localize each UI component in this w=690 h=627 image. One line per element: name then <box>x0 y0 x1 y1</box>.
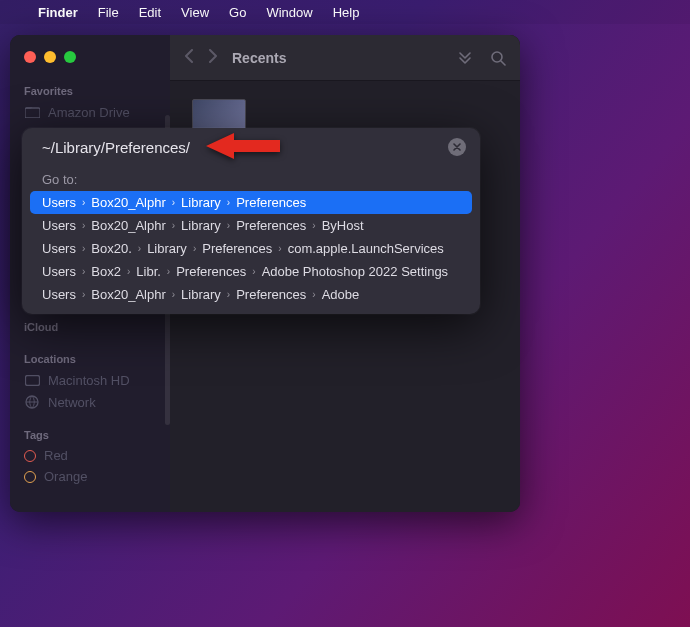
path-segment: Library <box>181 218 221 233</box>
menubar-go[interactable]: Go <box>229 5 246 20</box>
chevron-right-icon: › <box>246 266 261 277</box>
chevron-right-icon: › <box>132 243 147 254</box>
path-segment: Preferences <box>176 264 246 279</box>
chevron-right-icon: › <box>121 266 136 277</box>
sidebar-item-network[interactable]: Network <box>10 391 170 413</box>
path-segment: Library <box>147 241 187 256</box>
path-segment: Library <box>181 195 221 210</box>
go-to-folder-sheet: Go to: Users›Box20_Alphr›Library›Prefere… <box>22 128 480 314</box>
sidebar-section-locations: Locations <box>10 343 170 369</box>
chevron-right-icon: › <box>187 243 202 254</box>
zoom-button[interactable] <box>64 51 76 63</box>
sidebar-item-label: Amazon Drive <box>48 105 130 120</box>
path-segment: Preferences <box>236 195 306 210</box>
path-segment: Box20_Alphr <box>91 287 165 302</box>
sidebar-item-label: Macintosh HD <box>48 373 130 388</box>
sidebar-section-favorites: Favorites <box>10 75 170 101</box>
svg-rect-0 <box>25 108 40 118</box>
goto-suggestion-item[interactable]: Users›Box20_Alphr›Library›Preferences›Ad… <box>30 283 472 306</box>
overflow-icon[interactable] <box>456 50 474 66</box>
chevron-right-icon: › <box>221 289 236 300</box>
chevron-right-icon: › <box>306 220 321 231</box>
chevron-right-icon: › <box>161 266 176 277</box>
path-segment: Preferences <box>236 287 306 302</box>
chevron-right-icon: › <box>166 197 181 208</box>
path-segment: ByHost <box>322 218 364 233</box>
sidebar-item-amazon-drive[interactable]: Amazon Drive <box>10 101 170 123</box>
path-segment: Users <box>42 287 76 302</box>
tag-dot-icon <box>24 450 36 462</box>
goto-suggestion-item[interactable]: Users›Box20.›Library›Preferences›com.app… <box>30 237 472 260</box>
tag-dot-icon <box>24 471 36 483</box>
chevron-right-icon: › <box>76 266 91 277</box>
chevron-right-icon: › <box>306 289 321 300</box>
chevron-right-icon: › <box>166 220 181 231</box>
path-segment: Users <box>42 218 76 233</box>
menubar-view[interactable]: View <box>181 5 209 20</box>
chevron-right-icon: › <box>166 289 181 300</box>
path-segment: Box20_Alphr <box>91 195 165 210</box>
goto-suggestion-item[interactable]: Users›Box20_Alphr›Library›Preferences <box>30 191 472 214</box>
minimize-button[interactable] <box>44 51 56 63</box>
sidebar-item-label: Red <box>44 448 68 463</box>
forward-button[interactable] <box>208 49 218 67</box>
clear-input-button[interactable] <box>448 138 466 156</box>
back-button[interactable] <box>184 49 194 67</box>
menubar-file[interactable]: File <box>98 5 119 20</box>
path-segment: Adobe <box>322 287 360 302</box>
sidebar-item-label: Orange <box>44 469 87 484</box>
menubar-app[interactable]: Finder <box>38 5 78 20</box>
chevron-right-icon: › <box>76 289 91 300</box>
path-segment: Users <box>42 195 76 210</box>
sidebar-tag-orange[interactable]: Orange <box>10 466 170 487</box>
path-segment: com.apple.LaunchServices <box>288 241 444 256</box>
network-icon <box>24 394 40 410</box>
menubar-window[interactable]: Window <box>266 5 312 20</box>
path-segment: Box2 <box>91 264 121 279</box>
search-icon[interactable] <box>490 50 506 66</box>
path-segment: Users <box>42 241 76 256</box>
goto-suggestion-item[interactable]: Users›Box2›Libr.›Preferences›Adobe Photo… <box>30 260 472 283</box>
chevron-right-icon: › <box>272 243 287 254</box>
finder-toolbar: Recents <box>170 35 520 81</box>
window-controls <box>10 43 170 75</box>
goto-label: Go to: <box>22 166 480 191</box>
chevron-right-icon: › <box>76 197 91 208</box>
svg-rect-1 <box>25 375 39 385</box>
window-title: Recents <box>232 50 442 66</box>
path-segment: Library <box>181 287 221 302</box>
drive-icon <box>24 372 40 388</box>
path-segment: Box20_Alphr <box>91 218 165 233</box>
sidebar-item-label: Network <box>48 395 96 410</box>
goto-suggestion-item[interactable]: Users›Box20_Alphr›Library›Preferences›By… <box>30 214 472 237</box>
sidebar-section-icloud: iCloud <box>10 311 170 337</box>
sidebar-tag-red[interactable]: Red <box>10 445 170 466</box>
path-segment: Preferences <box>202 241 272 256</box>
path-segment: Adobe Photoshop 2022 Settings <box>262 264 448 279</box>
sidebar-section-tags: Tags <box>10 419 170 445</box>
menubar-help[interactable]: Help <box>333 5 360 20</box>
path-segment: Box20. <box>91 241 131 256</box>
goto-suggestion-list: Users›Box20_Alphr›Library›PreferencesUse… <box>22 191 480 306</box>
folder-icon <box>24 104 40 120</box>
close-button[interactable] <box>24 51 36 63</box>
chevron-right-icon: › <box>221 197 236 208</box>
sidebar-item-macintosh-hd[interactable]: Macintosh HD <box>10 369 170 391</box>
goto-path-input[interactable] <box>42 139 448 156</box>
path-segment: Preferences <box>236 218 306 233</box>
chevron-right-icon: › <box>76 243 91 254</box>
path-segment: Users <box>42 264 76 279</box>
chevron-right-icon: › <box>221 220 236 231</box>
chevron-right-icon: › <box>76 220 91 231</box>
menubar-edit[interactable]: Edit <box>139 5 161 20</box>
system-menubar: Finder File Edit View Go Window Help <box>0 0 690 24</box>
path-segment: Libr. <box>136 264 161 279</box>
